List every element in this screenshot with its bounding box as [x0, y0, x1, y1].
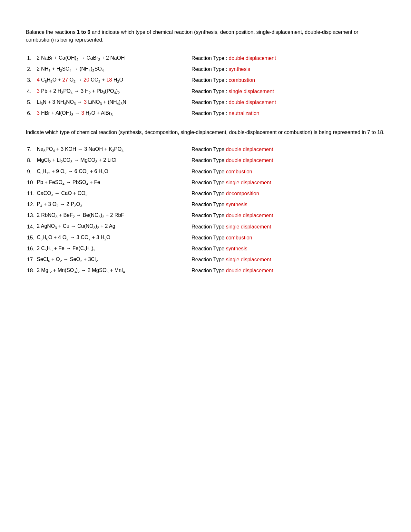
reaction-number: 16. [26, 243, 35, 254]
table-row: 2. 2 NH3 + H2SO4 → (NH4)2SO4 Reaction Ty… [26, 64, 385, 75]
table-row: 8. MgCl2 + Li2CO3 → MgCO3 + 2 LiCl React… [26, 155, 385, 166]
reaction-formula: P4 + 3 O2 → 2 P2O3 [35, 199, 190, 210]
reaction-type: Reaction Type synthesis [190, 199, 385, 210]
reaction-formula: 2 MgI2 + Mn(SO3)2 → 2 MgSO3 + MnI4 [35, 265, 190, 276]
table-row: 5. Li3N + 3 NH4NO3 → 3 LiNO3 + (NH4)3N R… [26, 97, 385, 108]
table-row: 1. 2 NaBr + Ca(OH)2 → CaBr2 + 2 NaOH Rea… [26, 53, 385, 64]
reaction-number: 8. [26, 155, 35, 166]
reaction-type: Reaction Type : double displacement [190, 53, 385, 64]
table-row: 9. C6H12 + 9 O2 → 6 CO2 + 6 H2O Reaction… [26, 166, 385, 177]
reaction-number: 13. [26, 210, 35, 221]
reaction-type: Reaction Type double displacement [190, 144, 385, 155]
reaction-number: 11. [26, 188, 35, 199]
intro-paragraph-1: Balance the reactions 1 to 6 and indicat… [26, 28, 385, 44]
reaction-formula: Pb + FeSO4 → PbSO4 + Fe [35, 177, 190, 188]
reaction-formula: SeCl6 + O2 → SeO2 + 3Cl2 [35, 254, 190, 265]
reaction-formula: 2 RbNO3 + BeF2 → Be(NO3)2 + 2 RbF [35, 210, 190, 221]
table-row: 13. 2 RbNO3 + BeF2 → Be(NO3)2 + 2 RbF Re… [26, 210, 385, 221]
reaction-formula: 2 AgNO3 + Cu → Cu(NO3)2 + 2 Ag [35, 221, 190, 232]
reaction-type: Reaction Type single displacement [190, 221, 385, 232]
table-row: 12. P4 + 3 O2 → 2 P2O3 Reaction Type syn… [26, 199, 385, 210]
reaction-formula: C3H6O + 4 O2 → 3 CO2 + 3 H2O [35, 232, 190, 243]
reaction-formula: CaCO3 → CaO + CO2 [35, 188, 190, 199]
reaction-formula: 2 C5H5 + Fe → Fe(C5H5)2 [35, 243, 190, 254]
reaction-formula: 3 Pb + 2 H3PO4 → 3 H2 + Pb3(PO4)2 [35, 86, 190, 97]
reactions-part1-table: 1. 2 NaBr + Ca(OH)2 → CaBr2 + 2 NaOH Rea… [26, 53, 385, 119]
reaction-number: 15. [26, 232, 35, 243]
reaction-type: Reaction Type : double displacement [190, 97, 385, 108]
reaction-formula: 2 NH3 + H2SO4 → (NH4)2SO4 [35, 64, 190, 75]
table-row: 4. 3 Pb + 2 H3PO4 → 3 H2 + Pb3(PO4)2 Rea… [26, 86, 385, 97]
reaction-number: 10. [26, 177, 35, 188]
reaction-type: Reaction Type synthesis [190, 243, 385, 254]
reaction-type: Reaction Type decomposition [190, 188, 385, 199]
reaction-type: Reaction Type single displacement [190, 177, 385, 188]
reaction-type: Reaction Type double displacement [190, 210, 385, 221]
reaction-type: Reaction Type single displacement [190, 254, 385, 265]
reaction-formula: 3 HBr + Al(OH)3 → 3 H2O + AlBr3 [35, 108, 190, 119]
reaction-type: Reaction Type : neutralization [190, 108, 385, 119]
reaction-number: 2. [26, 64, 35, 75]
reaction-number: 9. [26, 166, 35, 177]
reaction-type: Reaction Type : single displacement [190, 86, 385, 97]
reaction-number: 7. [26, 144, 35, 155]
table-row: 14. 2 AgNO3 + Cu → Cu(NO3)2 + 2 Ag React… [26, 221, 385, 232]
reaction-formula: Na3PO4 + 3 KOH → 3 NaOH + K3PO4 [35, 144, 190, 155]
table-row: 10. Pb + FeSO4 → PbSO4 + Fe Reaction Typ… [26, 177, 385, 188]
reaction-type: Reaction Type : combustion [190, 75, 385, 86]
reaction-number: 14. [26, 221, 35, 232]
table-row: 6. 3 HBr + Al(OH)3 → 3 H2O + AlBr3 React… [26, 108, 385, 119]
table-row: 7. Na3PO4 + 3 KOH → 3 NaOH + K3PO4 React… [26, 144, 385, 155]
reaction-number: 1. [26, 53, 35, 64]
reaction-formula: Li3N + 3 NH4NO3 → 3 LiNO3 + (NH4)3N [35, 97, 190, 108]
reaction-number: 4. [26, 86, 35, 97]
table-row: 17. SeCl6 + O2 → SeO2 + 3Cl2 Reaction Ty… [26, 254, 385, 265]
reaction-number: 17. [26, 254, 35, 265]
reaction-type: Reaction Type double displacement [190, 155, 385, 166]
reaction-type: Reaction Type combustion [190, 166, 385, 177]
reaction-number: 3. [26, 75, 35, 86]
reaction-number: 5. [26, 97, 35, 108]
intro-paragraph-2: Indicate which type of chemical reaction… [26, 129, 385, 136]
reaction-formula: 4 C5H9O + 27 O2 → 20 CO2 + 18 H2O [35, 75, 190, 86]
reaction-type: Reaction Type double displacement [190, 265, 385, 276]
table-row: 16. 2 C5H5 + Fe → Fe(C5H5)2 Reaction Typ… [26, 243, 385, 254]
reaction-formula: C6H12 + 9 O2 → 6 CO2 + 6 H2O [35, 166, 190, 177]
reaction-number: 12. [26, 199, 35, 210]
table-row: 15. C3H6O + 4 O2 → 3 CO2 + 3 H2O Reactio… [26, 232, 385, 243]
reaction-number: 6. [26, 108, 35, 119]
table-row: 18. 2 MgI2 + Mn(SO3)2 → 2 MgSO3 + MnI4 R… [26, 265, 385, 276]
reactions-part2-table: 7. Na3PO4 + 3 KOH → 3 NaOH + K3PO4 React… [26, 144, 385, 276]
reaction-type: Reaction Type combustion [190, 232, 385, 243]
reaction-formula: 2 NaBr + Ca(OH)2 → CaBr2 + 2 NaOH [35, 53, 190, 64]
reaction-type: Reaction Type : synthesis [190, 64, 385, 75]
table-row: 11. CaCO3 → CaO + CO2 Reaction Type deco… [26, 188, 385, 199]
table-row: 3. 4 C5H9O + 27 O2 → 20 CO2 + 18 H2O Rea… [26, 75, 385, 86]
reaction-formula: MgCl2 + Li2CO3 → MgCO3 + 2 LiCl [35, 155, 190, 166]
reaction-number: 18. [26, 265, 35, 276]
